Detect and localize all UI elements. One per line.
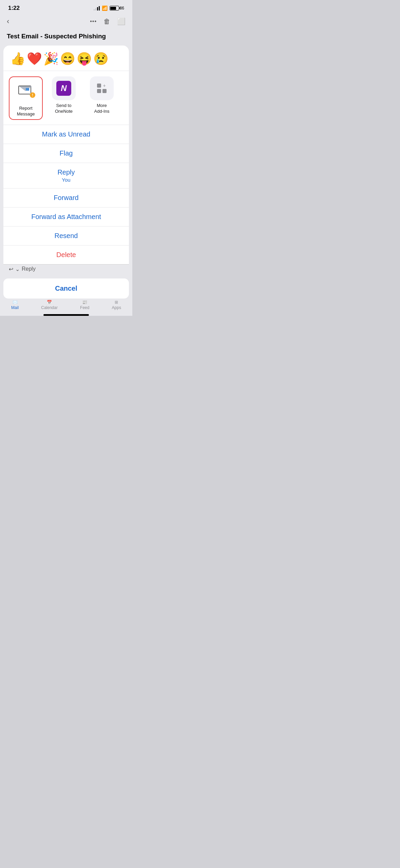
status-time: 1:22 [8,5,20,12]
tab-feed[interactable]: 📰 Feed [80,300,89,310]
calendar-label: Calendar [41,305,58,310]
tab-mail[interactable]: ✉️ Mail [11,300,19,310]
reply-arrow-icon: ↩ [9,266,13,272]
resend-item[interactable]: Resend [3,227,129,246]
tab-bar: ✉️ Mail 📅 Calendar 📰 Feed ⊞ Apps [0,299,132,311]
addins-row: ! ReportMessage N Send toOneNote [3,71,129,125]
reply-sub-label: You [62,177,70,183]
feed-icon: 📰 [82,300,87,305]
report-message-label: ReportMessage [17,106,35,117]
emoji-heart[interactable]: ❤️ [27,52,42,66]
more-addins-icon: + [94,81,109,96]
mail-label: Mail [11,305,19,310]
forward-item[interactable]: Forward [3,188,129,207]
status-icons: 📶 86 [94,5,124,11]
back-button[interactable]: ‹ [7,17,9,26]
calendar-icon: 📅 [47,300,52,305]
wifi-icon: 📶 [102,5,108,11]
archive-icon[interactable]: ⬜ [117,17,126,25]
email-subject-area: Test Email - Suspected Phishing [0,30,132,46]
home-indicator [43,314,89,316]
more-addins-addin[interactable]: + MoreAdd-Ins [85,76,119,114]
flag-label: Flag [60,149,73,157]
envelope-blue-rect [26,88,29,91]
mark-unread-label: Mark as Unread [42,130,90,138]
emoji-laugh[interactable]: 😄 [60,52,75,66]
emoji-row: 👍 ❤️ 🎉 😄 😝 😢 [3,46,129,71]
nav-actions: ••• 🗑 ⬜ [90,17,126,25]
onenote-label: Send toOneNote [55,103,73,114]
reply-chevron-icon: ⌄ [15,266,20,272]
report-message-icon-box: ! [14,79,38,103]
status-bar: 1:22 📶 86 [0,0,132,14]
envelope-icon [18,86,31,94]
delete-item[interactable]: Delete [3,246,129,264]
email-subject-text: Test Email - Suspected Phishing [7,33,126,40]
more-options-icon[interactable]: ••• [90,18,97,24]
reply-label: Reply [57,168,75,176]
back-chevron-icon: ‹ [7,17,9,26]
grid-plus-icon: + [97,84,107,93]
mark-unread-item[interactable]: Mark as Unread [3,125,129,144]
nav-bar: ‹ ••• 🗑 ⬜ [0,14,132,30]
more-addins-icon-box: + [90,76,114,100]
cancel-label: Cancel [55,285,77,292]
emoji-tongue[interactable]: 😝 [77,52,92,66]
report-message-icon: ! [18,86,33,96]
tab-apps[interactable]: ⊞ Apps [112,300,121,310]
emoji-party[interactable]: 🎉 [43,52,59,66]
trash-icon[interactable]: 🗑 [103,18,110,25]
resend-label: Resend [55,232,78,240]
tab-calendar[interactable]: 📅 Calendar [41,300,58,310]
feed-label: Feed [80,305,89,310]
apps-label: Apps [112,305,121,310]
sheet-wrapper: 👍 ❤️ 🎉 😄 😝 😢 ! ReportMessage [0,46,132,316]
onenote-icon: N [56,81,71,96]
send-to-onenote-addin[interactable]: N Send toOneNote [47,76,81,114]
battery-icon: 86 [110,6,124,11]
mail-icon: ✉️ [13,300,18,305]
cancel-button[interactable]: Cancel [3,278,129,299]
action-sheet: 👍 ❤️ 🎉 😄 😝 😢 ! ReportMessage [3,46,129,264]
forward-label: Forward [54,194,78,202]
forward-attachment-item[interactable]: Forward as Attachment [3,207,129,227]
reply-row: ↩ ⌄ Reply [3,264,129,275]
exclamation-icon: ! [30,92,35,98]
emoji-sad[interactable]: 😢 [93,52,109,66]
signal-icon [94,6,100,11]
report-message-addin[interactable]: ! ReportMessage [9,76,43,120]
forward-attachment-label: Forward as Attachment [31,213,101,221]
reply-text: Reply [22,266,36,272]
plus-sign-icon: + [103,83,106,88]
delete-label: Delete [56,251,76,259]
more-addins-label: MoreAdd-Ins [94,103,110,114]
apps-icon: ⊞ [115,300,118,305]
flag-item[interactable]: Flag [3,144,129,163]
reply-item[interactable]: Reply You [3,163,129,188]
onenote-icon-box: N [52,76,76,100]
emoji-thumbsup[interactable]: 👍 [10,52,25,66]
